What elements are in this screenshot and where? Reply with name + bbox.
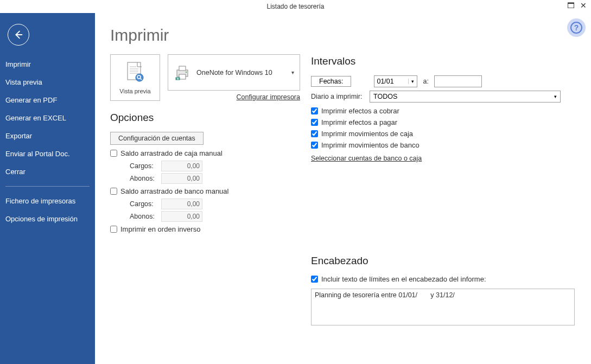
arrow-left-icon	[12, 29, 24, 41]
sidebar-item-portal-doc[interactable]: Enviar al Portal Doc.	[0, 145, 95, 163]
caja-cargos-label: Cargos:	[130, 162, 161, 170]
page-title: Imprimir	[110, 26, 300, 44]
sidebar-item-vista-previa[interactable]: Vista previa	[0, 73, 95, 91]
sidebar-item-pdf[interactable]: Generar en PDF	[0, 91, 95, 109]
chk-incluir-texto-label: Incluir texto de límites en el encabezad…	[321, 275, 486, 283]
chk-saldo-caja-label: Saldo arrastrado de caja manual	[120, 149, 223, 157]
configure-printer-link[interactable]: Configurar impresora	[237, 93, 300, 101]
caja-abonos-label: Abonos:	[130, 175, 161, 182]
encabezado-title: Encabezado	[311, 255, 575, 267]
seleccionar-cuentas-link[interactable]: Seleccionar cuentas de banco o caja	[311, 155, 422, 162]
chk-mov-caja[interactable]	[311, 130, 318, 137]
chk-saldo-banco-label: Saldo arrastrado de banco manual	[120, 187, 228, 195]
titlebar: Listado de tesorería 🗖 ✕	[0, 0, 591, 13]
caja-abonos-input[interactable]	[161, 173, 202, 184]
chevron-down-icon: ▾	[291, 69, 294, 75]
banco-cargos-input[interactable]	[161, 199, 202, 209]
encabezado-textarea[interactable]	[311, 289, 575, 325]
vista-previa-button[interactable]: Vista previa	[110, 54, 160, 101]
banco-abonos-input[interactable]	[161, 211, 202, 222]
close-icon[interactable]: ✕	[580, 1, 587, 10]
printer-icon	[174, 65, 191, 81]
diario-value[interactable]	[370, 91, 550, 102]
chk-efectos-pagar-label: Imprimir efectos a pagar	[321, 118, 397, 126]
back-button[interactable]	[8, 24, 29, 46]
sidebar-item-fichero-impresoras[interactable]: Fichero de impresoras	[0, 192, 95, 210]
fecha-hasta-input[interactable]	[434, 75, 482, 87]
document-preview-icon	[124, 61, 146, 86]
svg-rect-9	[179, 66, 186, 71]
chk-orden-inverso[interactable]	[110, 226, 117, 233]
intervalos-title: Intervalos	[311, 55, 575, 67]
a-label: a:	[423, 78, 428, 85]
config-cuentas-button[interactable]: Configuración de cuentas	[110, 132, 204, 145]
printer-name: OneNote for Windows 10	[196, 69, 291, 76]
svg-point-5	[136, 74, 143, 81]
sidebar-separator	[5, 186, 90, 187]
window-title: Listado de tesorería	[266, 3, 324, 10]
maximize-icon[interactable]: 🗖	[567, 1, 575, 10]
chk-saldo-banco[interactable]	[110, 188, 117, 195]
sidebar-item-imprimir[interactable]: Imprimir	[0, 55, 95, 73]
chevron-down-icon[interactable]: ▾	[408, 79, 417, 84]
help-icon: ?	[570, 22, 582, 34]
banco-abonos-label: Abonos:	[130, 213, 161, 220]
sidebar-item-exportar[interactable]: Exportar	[0, 127, 95, 145]
chk-efectos-pagar[interactable]	[311, 119, 318, 126]
sidebar: Imprimir Vista previa Generar en PDF Gen…	[0, 13, 95, 364]
chk-efectos-cobrar-label: Imprimir efectos a cobrar	[321, 107, 399, 115]
chk-mov-banco-label: Imprimir movimientos de banco	[321, 141, 420, 149]
diario-label: Diario a imprimir:	[311, 93, 370, 100]
svg-rect-10	[179, 74, 186, 79]
chk-saldo-caja[interactable]	[110, 150, 117, 157]
fechas-button[interactable]: Fechas:	[311, 76, 351, 87]
svg-point-11	[186, 71, 187, 72]
fecha-desde-select[interactable]: ▾	[374, 75, 417, 87]
help-button[interactable]: ?	[567, 18, 586, 37]
vista-previa-label: Vista previa	[119, 88, 150, 94]
sidebar-item-cerrar[interactable]: Cerrar	[0, 163, 95, 181]
fecha-desde-input[interactable]	[374, 76, 408, 87]
chk-efectos-cobrar[interactable]	[311, 107, 318, 114]
chk-mov-banco[interactable]	[311, 142, 318, 149]
chevron-down-icon[interactable]: ▾	[550, 94, 560, 99]
banco-cargos-label: Cargos:	[130, 200, 161, 208]
sidebar-item-opciones-impresion[interactable]: Opciones de impresión	[0, 210, 95, 228]
chk-orden-inverso-label: Imprimir en orden inverso	[120, 225, 200, 233]
chk-mov-caja-label: Imprimir movimientos de caja	[321, 130, 413, 138]
main-panel: ? Imprimir	[95, 13, 591, 364]
printer-selector[interactable]: OneNote for Windows 10 ▾	[168, 54, 300, 91]
diario-dropdown[interactable]: ▾	[370, 91, 561, 103]
chk-incluir-texto[interactable]	[311, 276, 318, 283]
opciones-title: Opciones	[110, 112, 300, 124]
sidebar-item-excel[interactable]: Generar en EXCEL	[0, 109, 95, 127]
caja-cargos-input[interactable]	[161, 161, 202, 171]
